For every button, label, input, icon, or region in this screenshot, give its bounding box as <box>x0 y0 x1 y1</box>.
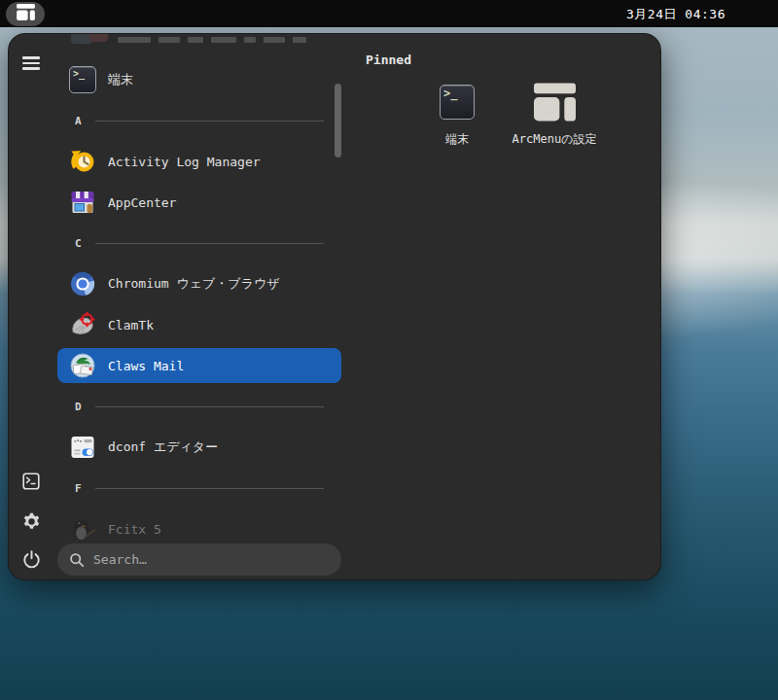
section-header: C <box>57 237 341 250</box>
arcmenu-popup: >_端末A Activity Log Manager AppCenterC <box>8 33 661 580</box>
app-item-label: 端末 <box>108 71 133 88</box>
power-icon <box>21 549 42 570</box>
fcitx-icon <box>69 515 96 542</box>
pinned-item[interactable]: ArcMenuの設定 <box>506 81 603 150</box>
arcmenu-panel-button[interactable] <box>6 2 45 26</box>
pinned-item[interactable]: >_端末 <box>408 81 506 150</box>
app-item-label: Activity Log Manager <box>108 155 261 169</box>
sidebar-terminal-shortcut[interactable] <box>18 469 44 494</box>
partially-scrolled-item[interactable] <box>57 34 341 50</box>
section-divider <box>95 406 324 407</box>
section-header: F <box>57 482 341 495</box>
claws-mail-icon <box>69 352 96 379</box>
sidebar-power-button[interactable] <box>18 546 44 572</box>
activity-log-icon <box>69 148 96 175</box>
scrollbar-thumb[interactable] <box>335 84 341 158</box>
app-item[interactable]: Activity Log Manager <box>57 144 341 179</box>
app-item[interactable]: Chromium ウェブ・ブラウザ <box>57 266 341 301</box>
section-header: D <box>57 401 341 413</box>
search-bar <box>57 543 341 576</box>
app-list: >_端末A Activity Log Manager AppCenterC <box>57 34 341 549</box>
gear-icon <box>21 511 42 532</box>
app-item[interactable]: AppCenter <box>57 185 341 220</box>
section-divider <box>95 121 324 122</box>
sidebar-settings-shortcut[interactable] <box>18 508 44 534</box>
app-item-label: dconf エディター <box>108 438 218 456</box>
pinned-item-label: ArcMenuの設定 <box>513 129 597 150</box>
dconf-icon <box>69 434 96 461</box>
arcmenu-icon <box>534 81 576 123</box>
section-letter: F <box>75 482 82 495</box>
app-item[interactable]: dconf エディター <box>57 430 341 465</box>
search-input[interactable] <box>93 552 330 567</box>
app-item[interactable]: Fcitx 5 <box>57 511 341 546</box>
hamburger-icon <box>22 56 40 69</box>
clamtk-icon <box>69 311 96 338</box>
pinned-grid: >_端末 ArcMenuの設定 <box>408 81 603 150</box>
section-letter: D <box>75 401 82 413</box>
pinned-section-title: Pinned <box>366 52 411 67</box>
terminal-icon: >_ <box>440 81 475 123</box>
section-letter: C <box>75 237 82 250</box>
sidebar-menu-toggle[interactable] <box>18 51 44 76</box>
section-header: A <box>57 115 341 127</box>
app-item-label: AppCenter <box>108 195 176 210</box>
app-item-label: Chromium ウェブ・ブラウザ <box>108 275 280 293</box>
terminal-icon: >_ <box>69 66 96 93</box>
chromium-icon <box>69 270 96 298</box>
clock: 3月24日 04:36 <box>626 6 725 23</box>
section-divider <box>95 488 324 489</box>
app-item[interactable]: Claws Mail <box>57 348 341 383</box>
app-item-label: ClamTk <box>108 318 154 332</box>
section-divider <box>95 243 324 244</box>
search-icon <box>69 552 85 568</box>
app-item-label: Fcitx 5 <box>108 522 161 537</box>
app-item[interactable]: ClamTk <box>57 307 341 342</box>
appcenter-icon <box>69 189 96 216</box>
pinned-item-label: 端末 <box>445 129 469 150</box>
terminal-outline-icon <box>22 472 40 490</box>
app-item[interactable]: >_端末 <box>57 62 341 97</box>
clipped-app-icon <box>89 34 108 42</box>
top-panel: 3月24日 04:36 <box>0 0 778 27</box>
arcmenu-icon <box>17 4 35 24</box>
app-item-label: Claws Mail <box>108 359 184 373</box>
section-letter: A <box>75 115 82 127</box>
